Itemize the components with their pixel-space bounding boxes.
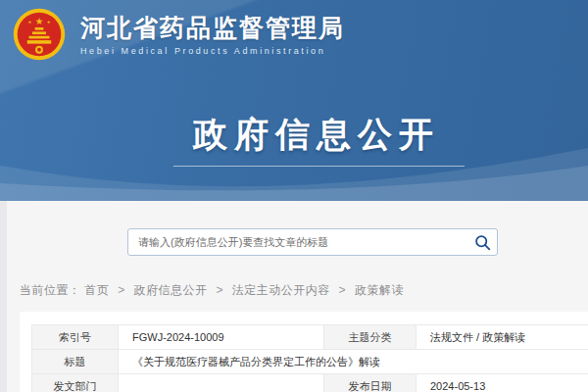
org-name-en: Hebei Medical Products Administration <box>80 46 345 57</box>
search-button[interactable] <box>467 229 497 255</box>
left-margin-strip <box>0 201 7 392</box>
search-icon <box>474 234 491 251</box>
field-value-index-number: FGWJ-2024-10009 <box>119 325 324 350</box>
breadcrumb-item-gov-info[interactable]: 政府信息公开 <box>134 283 208 297</box>
table-row: 标题 《关于规范医疗器械产品分类界定工作的公告》解读 <box>32 350 588 374</box>
svg-text:★: ★ <box>35 16 44 26</box>
svg-text:★: ★ <box>47 20 51 24</box>
breadcrumb-prefix: 当前位置： <box>20 283 81 297</box>
table-row: 索引号 FGWJ-2024-10009 主题分类 法规文件 / 政策解读 <box>32 325 588 350</box>
field-value-title: 《关于规范医疗器械产品分类界定工作的公告》解读 <box>119 350 588 374</box>
field-label-publish-date: 发布日期 <box>324 374 416 392</box>
banner-underline <box>173 166 465 167</box>
document-info-card: 索引号 FGWJ-2024-10009 主题分类 法规文件 / 政策解读 标题 … <box>20 312 588 392</box>
field-label-topic-category: 主题分类 <box>324 325 416 350</box>
org-name-cn: 河北省药品监督管理局 <box>80 13 345 42</box>
breadcrumb-separator: > <box>216 283 223 297</box>
breadcrumb-separator: > <box>118 283 125 297</box>
field-label-title: 标题 <box>32 350 119 374</box>
site-logo[interactable]: ★ ★ ★ 河北省药品监督管理局 Hebei Medical Products … <box>12 7 345 62</box>
breadcrumb-item-disclosure-content[interactable]: 法定主动公开内容 <box>232 283 330 297</box>
table-row: 发文部门 发布日期 2024-05-13 <box>32 374 588 392</box>
china-national-emblem-icon: ★ ★ ★ <box>12 7 67 62</box>
org-names: 河北省药品监督管理局 Hebei Medical Products Admini… <box>80 13 345 57</box>
breadcrumb-item-policy-interpretation[interactable]: 政策解读 <box>355 283 404 297</box>
page: ★ ★ ★ 河北省药品监督管理局 Hebei Medical Products … <box>0 0 588 392</box>
breadcrumb-item-home[interactable]: 首页 <box>84 283 109 297</box>
document-info-table: 索引号 FGWJ-2024-10009 主题分类 法规文件 / 政策解读 标题 … <box>31 324 588 392</box>
field-label-issuing-department: 发文部门 <box>32 374 119 392</box>
svg-text:★: ★ <box>27 20 31 24</box>
breadcrumb-separator: > <box>339 283 347 297</box>
field-value-publish-date: 2024-05-13 <box>416 374 588 392</box>
breadcrumb: 当前位置： 首页 > 政府信息公开 > 法定主动公开内容 > 政策解读 <box>20 282 404 299</box>
field-label-index-number: 索引号 <box>32 325 119 350</box>
hero-header: ★ ★ ★ 河北省药品监督管理局 Hebei Medical Products … <box>0 0 588 201</box>
search-input[interactable] <box>128 229 467 255</box>
field-value-issuing-department <box>119 374 324 392</box>
page-title: 政府信息公开 <box>0 112 588 158</box>
field-value-topic-category: 法规文件 / 政策解读 <box>416 325 588 350</box>
search-box <box>127 228 498 256</box>
